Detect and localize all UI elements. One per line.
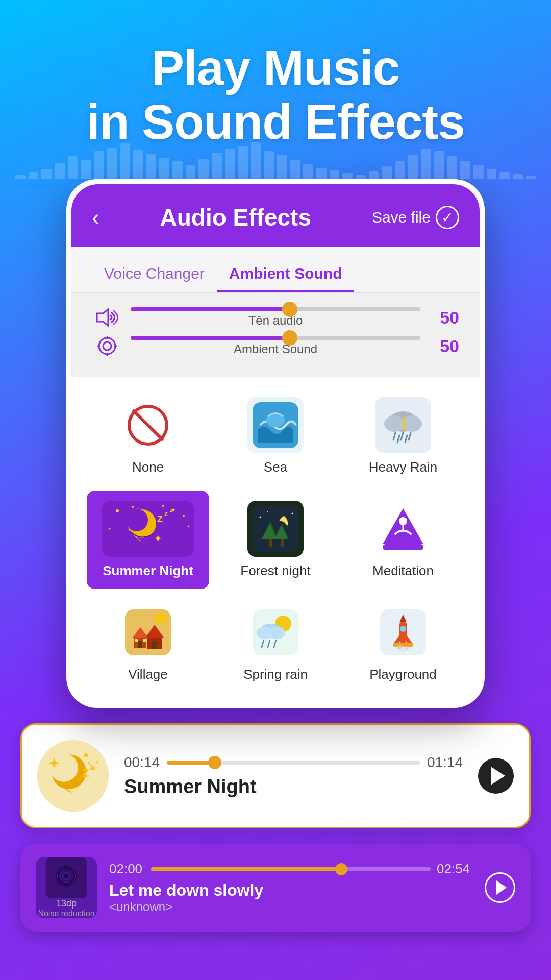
sound-item-none[interactable]: None — [87, 387, 209, 485]
audio-slider[interactable]: Tên audio — [131, 307, 420, 328]
player2-time-row: 02:00 02:54 — [109, 861, 472, 877]
play-triangle-1 — [491, 767, 505, 785]
phone-mockup: ‹ Audio Effects Save file ✓ Voice Change… — [66, 179, 485, 708]
player-title: Summer Night — [124, 776, 463, 798]
tab-ambient-sound[interactable]: Ambient Sound — [217, 257, 355, 292]
sound-item-heavy-rain[interactable]: Heavy Rain — [342, 387, 464, 485]
svg-point-20 — [132, 506, 134, 508]
player2-progress-thumb[interactable] — [335, 863, 347, 875]
player-progress-track[interactable] — [167, 761, 420, 765]
ambient-icon — [92, 334, 122, 358]
save-file-button[interactable]: Save file ✓ — [372, 206, 459, 229]
save-file-label: Save file — [372, 209, 431, 226]
svg-point-1 — [99, 338, 115, 354]
back-button[interactable]: ‹ — [92, 205, 99, 230]
svg-rect-64 — [399, 622, 407, 643]
svg-rect-34 — [269, 539, 272, 547]
player-progress-thumb[interactable] — [208, 756, 221, 769]
sound-item-playground[interactable]: Playground — [342, 594, 464, 693]
svg-point-22 — [183, 515, 185, 517]
slider-row-ambient: Ambient Sound 50 — [92, 334, 459, 358]
svg-rect-69 — [393, 643, 413, 647]
spring-icon — [247, 604, 304, 660]
sound-label-playground: Playground — [369, 667, 437, 682]
slider-value-ambient: 50 — [429, 336, 459, 356]
svg-point-76 — [84, 753, 88, 757]
svg-point-72 — [400, 646, 406, 652]
tab-voice-changer[interactable]: Voice Changer — [92, 257, 217, 292]
slider-value-audio: 50 — [429, 308, 459, 328]
svg-text:z: z — [164, 509, 168, 518]
player-thumb-1: Z z z — [37, 740, 109, 812]
sound-label-rain: Heavy Rain — [369, 459, 437, 475]
svg-text:z: z — [95, 758, 98, 766]
player2-progress-fill — [151, 867, 341, 871]
slider-fill-ambient — [131, 336, 290, 340]
sound-item-spring-rain[interactable]: Spring rain — [214, 594, 337, 693]
header-section: Play Music in Sound Effects — [0, 0, 551, 179]
svg-point-59 — [269, 627, 285, 639]
save-check-icon: ✓ — [436, 206, 459, 229]
rain-icon — [375, 397, 431, 453]
player2-thumb-label: 13dp — [56, 898, 77, 909]
sound-item-sea[interactable]: Sea — [214, 387, 337, 485]
player2-current-time: 02:00 — [109, 861, 145, 877]
sound-label-village: Village — [128, 667, 168, 682]
sound-item-meditation[interactable]: Meditation — [342, 491, 464, 589]
slider-thumb-audio[interactable] — [282, 302, 297, 317]
player-time-row: 00:14 01:14 — [124, 754, 463, 771]
sound-label-meditation: Meditation — [372, 563, 434, 579]
sound-label-sea: Sea — [264, 459, 287, 475]
svg-point-2 — [103, 342, 111, 350]
svg-point-68 — [400, 626, 406, 632]
play-button-2[interactable] — [485, 872, 515, 903]
slider-track-audio — [131, 307, 420, 311]
slider-thumb-ambient[interactable] — [282, 330, 297, 346]
svg-point-23 — [162, 505, 164, 507]
svg-point-40 — [267, 511, 268, 512]
play-button-1[interactable] — [478, 758, 514, 794]
ambient-slider[interactable]: Ambient Sound — [131, 336, 420, 356]
player2-song: Let me down slowly — [109, 881, 472, 900]
svg-rect-53 — [143, 639, 146, 642]
sound-item-forest-night[interactable]: Forest night — [214, 491, 337, 589]
meditation-icon — [375, 501, 431, 557]
forest-icon — [247, 501, 304, 557]
svg-text:z: z — [170, 507, 173, 513]
player-current-time: 00:14 — [124, 754, 160, 771]
player2-artist: <unknown> — [109, 900, 472, 914]
svg-point-54 — [155, 612, 167, 625]
svg-point-86 — [64, 874, 68, 878]
svg-point-38 — [260, 517, 261, 518]
player2-info: 02:00 02:54 Let me down slowly <unknown> — [109, 861, 472, 914]
svg-rect-48 — [138, 641, 142, 648]
sound-label-summer-night: Summer Night — [103, 563, 193, 579]
svg-text:Z: Z — [82, 767, 89, 779]
svg-point-25 — [109, 528, 111, 530]
app-header: ‹ Audio Effects Save file ✓ — [71, 184, 480, 247]
slider-label-audio: Tên audio — [248, 313, 303, 328]
header-title: Play Music in Sound Effects — [20, 41, 531, 149]
sliders-section: Tên audio 50 — [71, 293, 480, 377]
svg-point-24 — [188, 526, 190, 527]
svg-rect-37 — [281, 539, 284, 547]
svg-marker-0 — [97, 309, 108, 326]
volume-icon — [92, 305, 122, 330]
app-title: Audio Effects — [160, 204, 311, 231]
sound-item-village[interactable]: Village — [87, 594, 209, 693]
play-triangle-2 — [496, 880, 507, 895]
player-card-1: Z z z 00:14 01:14 Summer Night — [20, 723, 531, 828]
svg-point-19 — [116, 509, 119, 512]
svg-rect-52 — [135, 639, 138, 642]
player-info-1: 00:14 01:14 Summer Night — [124, 754, 463, 798]
svg-rect-51 — [152, 641, 157, 649]
slider-row-audio: Tên audio 50 — [92, 305, 459, 330]
tabs-row: Voice Changer Ambient Sound — [71, 247, 480, 293]
sea-icon — [247, 397, 304, 453]
svg-text:Z: Z — [157, 514, 163, 524]
player2-progress-track[interactable] — [151, 867, 431, 871]
svg-rect-31 — [253, 506, 298, 552]
svg-point-27 — [126, 509, 148, 531]
sound-item-summer-night[interactable]: Z z z Summer Night — [87, 491, 209, 589]
sound-grid: None Sea — [71, 377, 480, 703]
